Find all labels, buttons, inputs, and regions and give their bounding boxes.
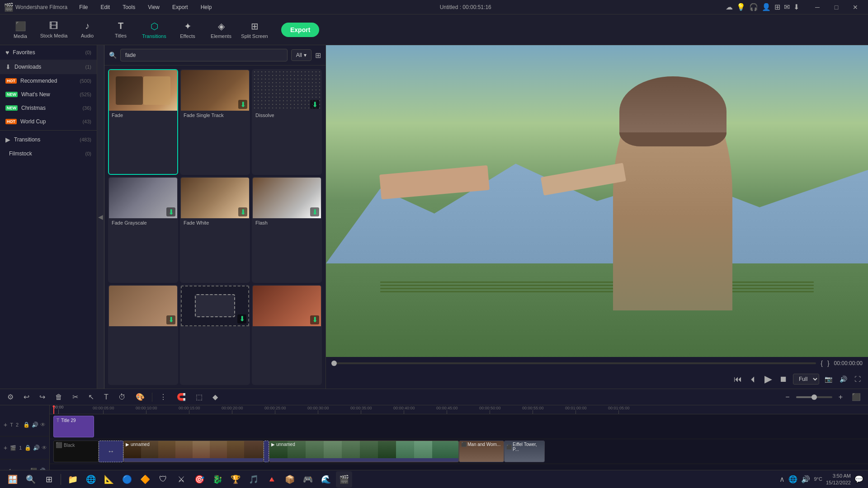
menu-view[interactable]: View [145,2,162,12]
export-button[interactable]: Export [281,23,319,37]
transition-card-t8[interactable]: ⬇ [180,285,250,385]
timeline-playhead[interactable] [53,405,54,414]
rewind-button[interactable]: ⏮ [732,373,744,386]
playhead-thumb[interactable] [331,361,337,366]
duration-button[interactable]: ⏱ [116,391,128,403]
split-button[interactable]: ⋮ [157,391,170,403]
account-icon[interactable]: 👤 [762,3,771,11]
track-2-eye-icon[interactable]: 👁 [40,422,46,428]
notification-icon[interactable]: 💬 [854,475,863,483]
download-btn-t7[interactable]: ⬇ [166,315,175,324]
cut-button[interactable]: ✂ [70,391,81,403]
maximize-button[interactable]: □ [827,1,845,14]
undo-button[interactable]: ↩ [21,391,32,403]
track-1-lock-icon[interactable]: 🔒 [24,445,31,451]
file-explorer-button[interactable]: 📁 [65,471,81,488]
timeline-extra-button[interactable]: ⬛ [849,391,863,403]
clip-transition-2[interactable] [264,441,269,462]
redo-button[interactable]: ↪ [37,391,48,403]
search-taskbar-button[interactable]: 🔍 [23,471,39,488]
track-2-mute-icon[interactable]: 🔊 [32,422,38,428]
app-9-button[interactable]: 🐉 [209,471,226,488]
time-progress-bar[interactable] [331,362,816,364]
toolbar-audio[interactable]: ♪ Audio [71,16,103,43]
sidebar-item-world-cup[interactable]: HOT World Cup (43) [0,115,97,128]
menu-export[interactable]: Export [170,2,191,12]
resolution-select[interactable]: Full 1/2 1/4 [793,374,819,385]
download-btn-fade-grayscale[interactable]: ⬇ [166,207,175,216]
menu-tools[interactable]: Tools [120,2,138,12]
clip-man-and-woman[interactable]: ⬛ Man and Wom... [459,441,504,462]
stop-button[interactable]: ⏹ [778,373,789,386]
network-icon[interactable]: 🌐 [788,475,797,483]
zoom-in-button[interactable]: + [836,391,845,403]
speaker-button[interactable]: 🔊 [838,374,849,385]
chrome-button[interactable]: 🔵 [119,471,135,488]
transition-card-flash[interactable]: ⬇ Flash [252,177,322,282]
keyframe-button[interactable]: ◆ [210,391,221,403]
step-back-button[interactable]: ⏴ [747,373,759,386]
app-12-button[interactable]: 📦 [282,471,298,488]
transition-card-t7[interactable]: ⬇ [108,285,178,385]
download-btn-fade-white[interactable]: ⬇ [238,207,247,216]
clip-eiffel-tower[interactable]: ⬛ Eiffel Tower, P... [504,441,545,462]
filmora-taskbar-button[interactable]: 🎬 [336,471,352,488]
nvidia-button[interactable]: 📐 [101,471,117,488]
bulb-icon[interactable]: 💡 [736,3,745,11]
zoom-out-button[interactable]: − [783,391,792,403]
app-6-button[interactable]: 🛡 [155,471,171,488]
clip-transition-1[interactable]: ↔ [99,441,123,462]
volume-icon[interactable]: 🔊 [801,475,810,483]
app-7-button[interactable]: ⚔ [173,471,189,488]
filter-dropdown[interactable]: All ▾ [291,49,311,61]
sidebar-item-whats-new[interactable]: NEW What's New (525) [0,88,97,101]
sidebar-item-filmstock[interactable]: Filmstock (0) [0,147,97,160]
track-1-mute-icon[interactable]: 🔊 [33,445,40,451]
detach-button[interactable]: ⬚ [193,391,205,403]
sidebar-item-downloads[interactable]: ⬇ Downloads (1) [0,60,97,74]
track-1-eye-icon[interactable]: 👁 [42,445,47,451]
transition-card-t9[interactable]: ⬇ [252,285,322,385]
task-view-button[interactable]: ⊞ [41,471,57,488]
sidebar-item-transitions[interactable]: ▶ Transitions (483) [0,132,97,147]
grid-view-icon[interactable]: ⊞ [774,3,780,11]
timeline-settings-button[interactable]: ⚙ [5,391,16,403]
mail-icon[interactable]: ✉ [784,3,790,11]
search-input[interactable] [120,49,288,61]
menu-help[interactable]: Help [198,2,215,12]
sidebar-item-recommended[interactable]: HOT Recommended (500) [0,74,97,88]
headphone-icon[interactable]: 🎧 [749,3,758,11]
menu-edit[interactable]: Edit [98,2,113,12]
toolbar-stock-media[interactable]: 🎞 Stock Media [38,16,70,43]
grid-layout-icon[interactable]: ⊞ [315,51,321,60]
minimize-button[interactable]: ─ [808,1,826,14]
toolbar-transitions[interactable]: ⬡ Transitions [138,16,170,43]
app-5-button[interactable]: 🔶 [137,471,153,488]
download-btn-flash[interactable]: ⬇ [310,207,319,216]
spotify-button[interactable]: 🎵 [245,471,262,488]
track-2-lock-icon[interactable]: 🔒 [23,422,30,428]
start-button[interactable]: 🪟 [5,471,21,488]
magnet-button[interactable]: 🧲 [174,391,189,403]
track-2-add-icon[interactable]: + [4,421,7,428]
transition-card-dissolve[interactable]: ⬇ Dissolve [252,69,322,175]
app-13-button[interactable]: 🎮 [300,471,316,488]
menu-file[interactable]: File [76,2,90,12]
close-button[interactable]: ✕ [846,1,864,14]
download-btn-fade-single[interactable]: ⬇ [238,100,247,109]
app-10-button[interactable]: 🏆 [227,471,244,488]
fullscreen-button[interactable]: ⛶ [853,374,863,385]
panel-collapse-button[interactable]: ◀ [97,45,104,389]
play-button[interactable]: ▶ [763,371,774,387]
select-button[interactable]: ↖ [85,391,97,403]
transition-card-fade-white[interactable]: ⬇ Fade White [180,177,250,282]
delete-button[interactable]: 🗑 [52,391,65,403]
track-1-add-icon[interactable]: + [4,444,7,451]
toolbar-effects[interactable]: ✦ Effects [172,16,203,43]
bracket-start-icon[interactable]: { [821,360,823,367]
clip-title-29[interactable]: T Title 29 [53,416,94,437]
snapshot-button[interactable]: 📷 [823,374,834,385]
sidebar-item-favorites[interactable]: ♥ Favorites (0) [0,45,97,60]
toolbar-elements[interactable]: ◈ Elements [205,16,237,43]
clip-black[interactable]: ⬛ Black [53,441,99,462]
